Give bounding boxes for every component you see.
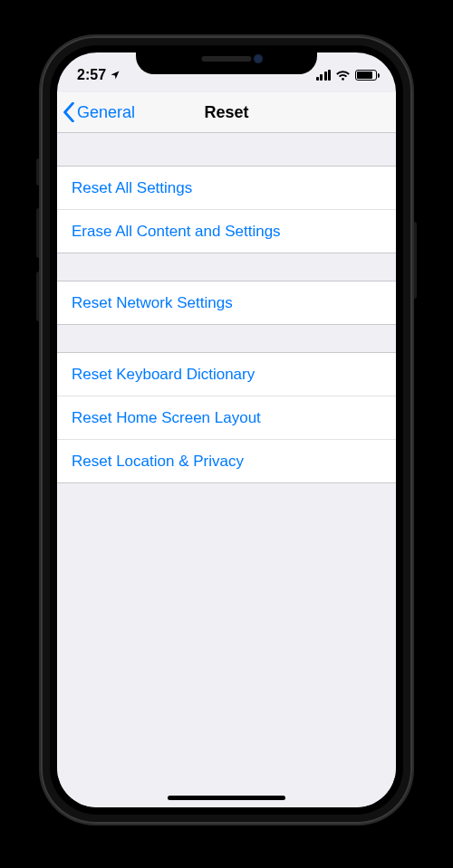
status-left: 2:57 (77, 62, 120, 83)
front-camera (254, 54, 263, 63)
section-gap (57, 253, 396, 281)
content: Reset All Settings Erase All Content and… (57, 133, 396, 807)
reset-home-screen-row[interactable]: Reset Home Screen Layout (57, 396, 396, 440)
cellular-signal-icon (316, 70, 332, 81)
phone-bezel: 2:57 (50, 45, 403, 815)
reset-keyboard-dictionary-row[interactable]: Reset Keyboard Dictionary (57, 353, 396, 396)
screen: 2:57 (57, 52, 396, 807)
reset-all-settings-row[interactable]: Reset All Settings (57, 167, 396, 210)
section-gap (57, 133, 396, 166)
row-label: Reset Location & Privacy (72, 453, 244, 471)
chevron-left-icon (63, 102, 75, 122)
stage: 2:57 (0, 0, 453, 868)
status-time: 2:57 (77, 67, 106, 83)
speaker-grille (202, 56, 252, 62)
reset-network-settings-row[interactable]: Reset Network Settings (57, 281, 396, 325)
nav-bar: General Reset (57, 92, 396, 133)
status-right (316, 64, 381, 81)
home-indicator[interactable] (168, 796, 285, 800)
row-label: Reset Network Settings (72, 294, 233, 312)
group-1: Reset All Settings Erase All Content and… (57, 166, 396, 253)
phone-frame: 2:57 (41, 36, 412, 824)
back-label: General (77, 103, 135, 122)
notch (136, 45, 317, 74)
group-3: Reset Keyboard Dictionary Reset Home Scr… (57, 352, 396, 483)
back-button[interactable]: General (57, 102, 135, 122)
row-label: Reset All Settings (72, 179, 192, 197)
reset-location-privacy-row[interactable]: Reset Location & Privacy (57, 440, 396, 483)
erase-all-content-row[interactable]: Erase All Content and Settings (57, 210, 396, 253)
section-gap (57, 325, 396, 352)
row-label: Erase All Content and Settings (72, 223, 281, 241)
group-2: Reset Network Settings (57, 281, 396, 325)
battery-icon (355, 70, 380, 81)
row-label: Reset Keyboard Dictionary (72, 366, 255, 384)
row-label: Reset Home Screen Layout (72, 409, 261, 427)
wifi-icon (335, 70, 351, 81)
location-services-icon (110, 70, 120, 81)
